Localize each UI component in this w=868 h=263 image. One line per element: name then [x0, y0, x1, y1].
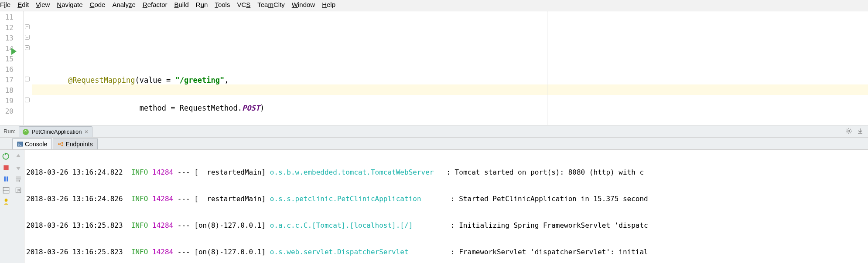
- line-number: 20: [0, 106, 23, 117]
- menu-run[interactable]: Run: [196, 1, 208, 8]
- log-row: 2018-03-26 13:16:25.823 INFO 14284 --- […: [26, 220, 866, 230]
- menu-view[interactable]: View: [36, 1, 50, 8]
- run-config-tab[interactable]: PetClinicApplication ✕: [19, 126, 92, 137]
- fold-marker-icon[interactable]: [25, 35, 30, 40]
- menu-window[interactable]: Window: [292, 1, 315, 8]
- tab-console[interactable]: Console: [12, 138, 52, 149]
- fold-marker-icon[interactable]: [25, 24, 30, 29]
- menu-navigate[interactable]: Navigate: [57, 1, 82, 8]
- up-arrow-icon[interactable]: [14, 152, 22, 160]
- run-config-name: PetClinicApplication: [31, 128, 82, 135]
- console-output[interactable]: 2018-03-26 13:16:24.822 INFO 14284 --- […: [24, 150, 868, 263]
- run-panel-body: 2018-03-26 13:16:24.822 INFO 14284 --- […: [0, 150, 868, 263]
- menu-build[interactable]: Build: [174, 1, 188, 8]
- tab-label: Console: [25, 141, 47, 148]
- svg-line-7: [847, 133, 847, 134]
- menu-code[interactable]: Code: [90, 1, 106, 8]
- fold-marker-icon[interactable]: [25, 77, 30, 81]
- line-number: 17: [0, 75, 23, 85]
- main-menu: File Edit View Navigate Code Analyze Ref…: [0, 0, 868, 11]
- endpoints-icon: [58, 141, 64, 147]
- svg-point-0: [848, 130, 850, 132]
- stop-icon[interactable]: [2, 164, 10, 172]
- svg-rect-15: [4, 176, 5, 181]
- svg-line-21: [17, 189, 19, 191]
- line-number: 18: [0, 85, 23, 96]
- line-number: 15: [0, 54, 23, 64]
- run-subtabs: Console Endpoints: [0, 138, 868, 150]
- down-arrow-icon[interactable]: [14, 164, 22, 172]
- pause-icon[interactable]: [2, 175, 10, 183]
- run-gutter-icon[interactable]: [11, 48, 17, 55]
- soft-wrap-icon[interactable]: [14, 175, 22, 183]
- menu-analyze[interactable]: Analyze: [112, 1, 135, 8]
- line-number: 19: [0, 96, 23, 106]
- rerun-icon[interactable]: [2, 152, 10, 160]
- svg-rect-16: [7, 176, 8, 181]
- line-number: 16: [0, 64, 23, 75]
- run-side-toolbar-inner: [12, 150, 24, 263]
- current-line-highlight: [32, 84, 868, 95]
- code-editor[interactable]: 11 12 13 14 15 16 17 18 19 20 @RequestMa…: [0, 11, 868, 125]
- console-icon: [17, 141, 23, 147]
- svg-point-11: [58, 143, 60, 145]
- dump-threads-icon[interactable]: [2, 198, 10, 206]
- menu-file[interactable]: File: [0, 1, 10, 8]
- code-content[interactable]: @RequestMapping(value = "/greeting", met…: [32, 11, 868, 125]
- fold-gutter: [24, 11, 32, 125]
- run-label: Run:: [0, 128, 19, 135]
- svg-line-5: [847, 129, 847, 130]
- line-number-gutter: 11 12 13 14 15 16 17 18 19 20: [0, 11, 24, 125]
- tab-label: Endpoints: [65, 141, 92, 148]
- gear-icon[interactable]: [845, 128, 852, 135]
- layout-icon[interactable]: [2, 186, 10, 194]
- scroll-to-end-icon[interactable]: [14, 186, 22, 194]
- menu-vcs[interactable]: VCS: [237, 1, 250, 8]
- fold-marker-icon[interactable]: [25, 98, 30, 102]
- tab-endpoints[interactable]: Endpoints: [53, 138, 97, 149]
- spring-boot-icon: [23, 129, 29, 135]
- menu-edit[interactable]: Edit: [17, 1, 29, 8]
- svg-line-8: [851, 129, 851, 130]
- fold-marker-icon[interactable]: [25, 45, 30, 50]
- svg-point-12: [62, 142, 63, 144]
- log-row: 2018-03-26 13:16:24.826 INFO 14284 --- […: [26, 194, 866, 204]
- menu-tools[interactable]: Tools: [215, 1, 230, 8]
- svg-point-19: [4, 199, 7, 202]
- hide-panel-icon[interactable]: [857, 128, 864, 135]
- run-panel-header: Run: PetClinicApplication ✕: [0, 125, 868, 138]
- log-row: 2018-03-26 13:16:24.822 INFO 14284 --- […: [26, 167, 866, 177]
- line-number: 12: [0, 23, 23, 33]
- log-row: 2018-03-26 13:16:25.823 INFO 14284 --- […: [26, 247, 866, 257]
- close-tab-icon[interactable]: ✕: [84, 129, 89, 135]
- svg-rect-14: [3, 165, 8, 170]
- right-margin-guide: [547, 11, 547, 125]
- menu-refactor[interactable]: Refactor: [143, 1, 167, 8]
- line-number: 13: [0, 33, 23, 44]
- svg-line-6: [851, 133, 851, 134]
- menu-help[interactable]: Help: [322, 1, 335, 8]
- run-side-toolbar-left: [0, 150, 12, 263]
- line-number: 11: [0, 12, 23, 23]
- svg-point-13: [62, 145, 63, 146]
- menu-teamcity[interactable]: TeamCity: [257, 1, 285, 8]
